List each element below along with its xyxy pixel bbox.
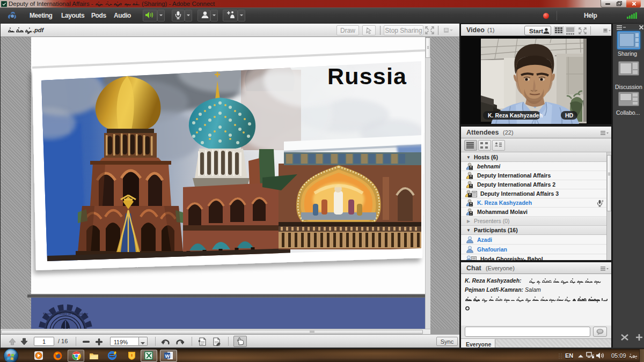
svg-text:HD: HD (565, 112, 574, 119)
svg-text:K. Reza Kashyzadeh: K. Reza Kashyzadeh (488, 112, 543, 119)
svg-text:.pdf: .pdf (33, 27, 44, 33)
svg-text:Sharif University of Technolog: Sharif University of Technology (43, 312, 89, 315)
svg-text:Russia: Russia (327, 63, 407, 89)
svg-text:W: W (165, 353, 170, 359)
